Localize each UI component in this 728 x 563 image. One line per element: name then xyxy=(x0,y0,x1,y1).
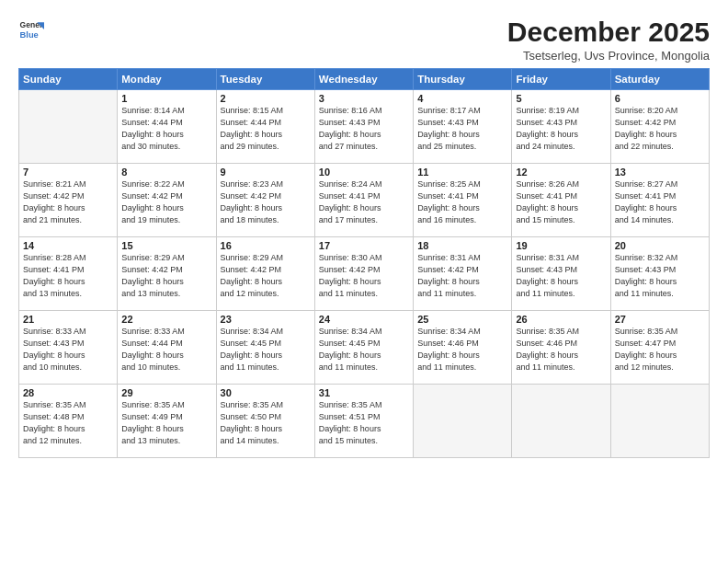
table-row: 30Sunrise: 8:35 AM Sunset: 4:50 PM Dayli… xyxy=(216,385,314,458)
table-row: 15Sunrise: 8:29 AM Sunset: 4:42 PM Dayli… xyxy=(118,237,216,311)
table-row: 1Sunrise: 8:14 AM Sunset: 4:44 PM Daylig… xyxy=(118,90,216,164)
cell-info: Sunrise: 8:33 AM Sunset: 4:43 PM Dayligh… xyxy=(23,326,113,373)
cell-info: Sunrise: 8:31 AM Sunset: 4:42 PM Dayligh… xyxy=(417,252,507,300)
month-title: December 2025 xyxy=(507,17,710,47)
col-sunday: Sunday xyxy=(19,69,118,90)
date-number: 7 xyxy=(23,167,113,178)
date-number: 2 xyxy=(221,93,311,104)
date-number: 6 xyxy=(615,93,705,104)
cell-info: Sunrise: 8:23 AM Sunset: 4:42 PM Dayligh… xyxy=(221,178,311,226)
cell-info: Sunrise: 8:15 AM Sunset: 4:44 PM Dayligh… xyxy=(221,105,311,153)
week-row-4: 28Sunrise: 8:35 AM Sunset: 4:48 PM Dayli… xyxy=(19,385,710,458)
table-row: 26Sunrise: 8:35 AM Sunset: 4:46 PM Dayli… xyxy=(512,311,610,385)
cell-info: Sunrise: 8:35 AM Sunset: 4:50 PM Dayligh… xyxy=(221,399,311,447)
date-number: 31 xyxy=(319,387,409,398)
table-row xyxy=(610,385,709,458)
date-number: 28 xyxy=(23,387,113,398)
cell-info: Sunrise: 8:34 AM Sunset: 4:46 PM Dayligh… xyxy=(417,326,507,373)
cell-info: Sunrise: 8:17 AM Sunset: 4:43 PM Dayligh… xyxy=(417,105,507,153)
date-number: 4 xyxy=(417,93,507,104)
date-number: 9 xyxy=(221,167,311,178)
date-number: 11 xyxy=(417,167,507,178)
calendar-table: Sunday Monday Tuesday Wednesday Thursday… xyxy=(18,68,710,458)
cell-info: Sunrise: 8:14 AM Sunset: 4:44 PM Dayligh… xyxy=(121,105,211,153)
cell-info: Sunrise: 8:24 AM Sunset: 4:41 PM Dayligh… xyxy=(319,178,409,226)
cell-info: Sunrise: 8:25 AM Sunset: 4:41 PM Dayligh… xyxy=(417,178,507,226)
table-row: 24Sunrise: 8:34 AM Sunset: 4:45 PM Dayli… xyxy=(314,311,413,385)
col-wednesday: Wednesday xyxy=(314,69,413,90)
page: General Blue December 2025 Tsetserleg, U… xyxy=(0,0,728,563)
week-row-0: 1Sunrise: 8:14 AM Sunset: 4:44 PM Daylig… xyxy=(19,90,710,164)
date-number: 26 xyxy=(516,314,606,325)
date-number: 14 xyxy=(23,240,113,251)
date-number: 29 xyxy=(121,387,211,398)
table-row: 25Sunrise: 8:34 AM Sunset: 4:46 PM Dayli… xyxy=(414,311,512,385)
cell-info: Sunrise: 8:16 AM Sunset: 4:43 PM Dayligh… xyxy=(319,105,409,153)
date-number: 22 xyxy=(121,314,211,325)
table-row: 13Sunrise: 8:27 AM Sunset: 4:41 PM Dayli… xyxy=(610,164,709,237)
date-number: 1 xyxy=(121,93,211,104)
col-monday: Monday xyxy=(118,69,216,90)
date-number: 23 xyxy=(221,314,311,325)
cell-info: Sunrise: 8:28 AM Sunset: 4:41 PM Dayligh… xyxy=(23,252,113,300)
logo: General Blue xyxy=(18,17,48,42)
col-thursday: Thursday xyxy=(414,69,512,90)
date-number: 20 xyxy=(615,240,705,251)
date-number: 15 xyxy=(121,240,211,251)
table-row xyxy=(512,385,610,458)
date-number: 30 xyxy=(221,387,311,398)
cell-info: Sunrise: 8:20 AM Sunset: 4:42 PM Dayligh… xyxy=(615,105,705,153)
cell-info: Sunrise: 8:35 AM Sunset: 4:46 PM Dayligh… xyxy=(516,326,606,373)
table-row: 16Sunrise: 8:29 AM Sunset: 4:42 PM Dayli… xyxy=(216,237,314,311)
cell-info: Sunrise: 8:31 AM Sunset: 4:43 PM Dayligh… xyxy=(516,252,606,300)
table-row xyxy=(414,385,512,458)
date-number: 19 xyxy=(516,240,606,251)
date-number: 24 xyxy=(319,314,409,325)
table-row: 27Sunrise: 8:35 AM Sunset: 4:47 PM Dayli… xyxy=(610,311,709,385)
table-row: 28Sunrise: 8:35 AM Sunset: 4:48 PM Dayli… xyxy=(19,385,118,458)
date-number: 3 xyxy=(319,93,409,104)
table-row: 20Sunrise: 8:32 AM Sunset: 4:43 PM Dayli… xyxy=(610,237,709,311)
col-saturday: Saturday xyxy=(610,69,709,90)
col-friday: Friday xyxy=(512,69,610,90)
table-row xyxy=(19,90,118,164)
header-row: Sunday Monday Tuesday Wednesday Thursday… xyxy=(19,69,710,90)
week-row-3: 21Sunrise: 8:33 AM Sunset: 4:43 PM Dayli… xyxy=(19,311,710,385)
date-number: 16 xyxy=(221,240,311,251)
table-row: 2Sunrise: 8:15 AM Sunset: 4:44 PM Daylig… xyxy=(216,90,314,164)
table-row: 17Sunrise: 8:30 AM Sunset: 4:42 PM Dayli… xyxy=(314,237,413,311)
date-number: 27 xyxy=(615,314,705,325)
cell-info: Sunrise: 8:32 AM Sunset: 4:43 PM Dayligh… xyxy=(615,252,705,300)
table-row: 4Sunrise: 8:17 AM Sunset: 4:43 PM Daylig… xyxy=(414,90,512,164)
week-row-1: 7Sunrise: 8:21 AM Sunset: 4:42 PM Daylig… xyxy=(19,164,710,237)
date-number: 18 xyxy=(417,240,507,251)
subtitle: Tsetserleg, Uvs Province, Mongolia xyxy=(507,49,710,63)
cell-info: Sunrise: 8:35 AM Sunset: 4:48 PM Dayligh… xyxy=(23,399,113,447)
cell-info: Sunrise: 8:26 AM Sunset: 4:41 PM Dayligh… xyxy=(516,178,606,226)
table-row: 9Sunrise: 8:23 AM Sunset: 4:42 PM Daylig… xyxy=(216,164,314,237)
cell-info: Sunrise: 8:34 AM Sunset: 4:45 PM Dayligh… xyxy=(221,326,311,373)
cell-info: Sunrise: 8:35 AM Sunset: 4:49 PM Dayligh… xyxy=(121,399,211,447)
cell-info: Sunrise: 8:35 AM Sunset: 4:47 PM Dayligh… xyxy=(615,326,705,373)
date-number: 8 xyxy=(121,167,211,178)
cell-info: Sunrise: 8:33 AM Sunset: 4:44 PM Dayligh… xyxy=(121,326,211,373)
table-row: 31Sunrise: 8:35 AM Sunset: 4:51 PM Dayli… xyxy=(314,385,413,458)
table-row: 12Sunrise: 8:26 AM Sunset: 4:41 PM Dayli… xyxy=(512,164,610,237)
cell-info: Sunrise: 8:35 AM Sunset: 4:51 PM Dayligh… xyxy=(319,399,409,447)
cell-info: Sunrise: 8:29 AM Sunset: 4:42 PM Dayligh… xyxy=(121,252,211,300)
table-row: 10Sunrise: 8:24 AM Sunset: 4:41 PM Dayli… xyxy=(314,164,413,237)
date-number: 17 xyxy=(319,240,409,251)
logo-icon: General Blue xyxy=(18,17,44,42)
cell-info: Sunrise: 8:30 AM Sunset: 4:42 PM Dayligh… xyxy=(319,252,409,300)
table-row: 14Sunrise: 8:28 AM Sunset: 4:41 PM Dayli… xyxy=(19,237,118,311)
table-row: 3Sunrise: 8:16 AM Sunset: 4:43 PM Daylig… xyxy=(314,90,413,164)
cell-info: Sunrise: 8:29 AM Sunset: 4:42 PM Dayligh… xyxy=(221,252,311,300)
table-row: 21Sunrise: 8:33 AM Sunset: 4:43 PM Dayli… xyxy=(19,311,118,385)
table-row: 22Sunrise: 8:33 AM Sunset: 4:44 PM Dayli… xyxy=(118,311,216,385)
table-row: 7Sunrise: 8:21 AM Sunset: 4:42 PM Daylig… xyxy=(19,164,118,237)
title-block: December 2025 Tsetserleg, Uvs Province, … xyxy=(507,17,710,63)
date-number: 13 xyxy=(615,167,705,178)
cell-info: Sunrise: 8:22 AM Sunset: 4:42 PM Dayligh… xyxy=(121,178,211,226)
table-row: 23Sunrise: 8:34 AM Sunset: 4:45 PM Dayli… xyxy=(216,311,314,385)
table-row: 29Sunrise: 8:35 AM Sunset: 4:49 PM Dayli… xyxy=(118,385,216,458)
